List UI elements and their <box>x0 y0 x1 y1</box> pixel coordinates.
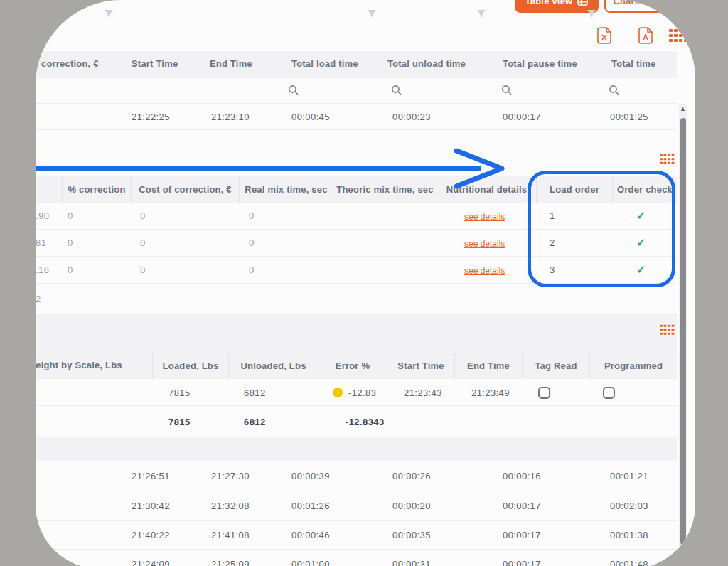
cell-end: 21:23:10 <box>211 112 250 122</box>
vertical-scrollbar[interactable]: ▲ <box>679 103 687 551</box>
col-correction[interactable]: correction, € <box>41 58 99 69</box>
filter-icon[interactable] <box>104 9 114 21</box>
cell-cost: 0 <box>140 210 146 221</box>
see-details-link[interactable]: see details <box>464 266 505 276</box>
cell-load: 00:01:26 <box>291 501 330 511</box>
cell-end: 21:32:08 <box>211 501 250 511</box>
col-programmed[interactable]: Programmed <box>590 353 677 379</box>
col-weight-label: Weight by Scale, Lbs <box>36 360 122 370</box>
cell-edge: .16 <box>36 265 49 275</box>
search-input[interactable] <box>288 85 299 99</box>
cell-real: 0 <box>249 237 255 248</box>
annotation-arrow <box>36 146 512 191</box>
cell-total: 00:01:38 <box>610 530 648 540</box>
cell-real: 0 <box>249 210 255 221</box>
col-end-time[interactable]: End Time <box>455 353 523 379</box>
filter-icon[interactable] <box>476 9 486 21</box>
search-input[interactable] <box>501 85 513 99</box>
cell-pause: 00:00:16 <box>503 471 541 481</box>
cell-unloaded: 6812 <box>244 388 266 398</box>
row-divider <box>36 491 677 491</box>
cell-pause: 00:00:17 <box>503 559 541 566</box>
row-divider <box>36 405 677 406</box>
cell-cost: 0 <box>140 265 146 275</box>
col-total-pause[interactable]: Total pause time <box>503 58 577 69</box>
col-total-unload[interactable]: Total unload time <box>387 58 466 69</box>
search-input[interactable] <box>391 85 402 99</box>
section-divider <box>36 437 677 461</box>
status-dot-yellow <box>333 388 343 397</box>
col-end-time[interactable]: End Time <box>210 58 252 69</box>
col-start-time[interactable]: Start Time <box>132 58 178 69</box>
row-divider <box>36 520 677 521</box>
col-loaded[interactable]: Loaded, Lbs <box>153 353 229 379</box>
cell-unload: 00:00:26 <box>392 471 431 481</box>
col-total-time[interactable]: Total time <box>611 58 655 69</box>
row-divider <box>36 129 677 130</box>
summary-unloaded: 6812 <box>244 417 266 427</box>
cell-edge: .90 <box>36 210 49 221</box>
report-panel: Table view Charts view A correction, € S… <box>36 0 695 566</box>
table-view-label: Table view <box>525 0 573 6</box>
cell-unload: 00:00:23 <box>392 112 431 122</box>
cell-unload: 00:00:20 <box>392 501 431 511</box>
cell-start: 21:26:51 <box>132 471 170 481</box>
cell-real: 0 <box>249 265 255 275</box>
summary-error: -12.8343 <box>346 417 385 427</box>
charts-view-button[interactable]: Charts view <box>604 0 691 13</box>
cell-loaded: 7815 <box>168 388 191 398</box>
row-divider <box>36 549 677 550</box>
excel-export-icon[interactable] <box>597 27 612 47</box>
see-details-link[interactable]: see details <box>464 239 505 249</box>
filter-icon[interactable] <box>665 9 675 21</box>
cell-load: 00:00:46 <box>291 530 330 540</box>
filter-icon[interactable] <box>367 9 377 21</box>
cell-load: 00:00:45 <box>291 112 330 122</box>
programmed-checkbox[interactable] <box>603 387 615 399</box>
column-chooser-icon[interactable] <box>669 29 689 46</box>
charts-view-label: Charts view <box>613 0 666 6</box>
cell-total: 00:01:25 <box>610 112 648 122</box>
scrollbar-thumb[interactable] <box>680 118 686 545</box>
cell-end: 21:27:30 <box>211 471 250 481</box>
svg-text:A: A <box>643 33 648 41</box>
scroll-up-icon[interactable]: ▲ <box>680 105 686 112</box>
tag-read-checkbox[interactable] <box>538 387 550 399</box>
cell-pause: 00:00:17 <box>503 112 541 122</box>
cell-pct: 0 <box>68 237 73 248</box>
col-total-load[interactable]: Total load time <box>291 58 358 69</box>
col-start-time[interactable]: Start Time <box>387 353 455 379</box>
cell-total: 00:02:03 <box>610 501 648 511</box>
cell-pct: 0 <box>68 210 73 221</box>
table-icon <box>577 0 588 6</box>
filter-icon[interactable] <box>587 9 596 21</box>
cell-unload: 00:00:35 <box>392 530 431 540</box>
cell-edge: 81 <box>36 237 46 248</box>
column-chooser-icon[interactable] <box>660 154 675 169</box>
cell-end: 21:41:08 <box>211 530 250 540</box>
cell-error: -12.83 <box>348 388 376 398</box>
cell-load: 00:01:00 <box>291 559 330 566</box>
column-chooser-icon[interactable] <box>660 324 675 339</box>
summary-loaded: 7815 <box>168 417 191 427</box>
col-weight[interactable]: Weight by Scale, Lbs <box>36 353 153 379</box>
cell-start: 21:22:25 <box>132 112 170 122</box>
chart-icon <box>672 0 682 6</box>
cell-start: 21:40:22 <box>132 530 170 540</box>
col-tag-read[interactable]: Tag Read <box>523 353 590 379</box>
cell-total: 00:01:48 <box>610 559 648 566</box>
cell-pause: 00:00:17 <box>503 501 541 511</box>
col-error[interactable]: Error % <box>318 353 387 379</box>
cell-pct: 0 <box>68 265 73 275</box>
col-unloaded[interactable]: Unloaded, Lbs <box>229 353 318 379</box>
search-row-divider <box>36 103 677 104</box>
cell-end: 21:23:49 <box>471 388 510 398</box>
section-divider <box>36 315 677 353</box>
cell-load: 00:00:39 <box>291 471 330 481</box>
cell-start: 21:23:43 <box>404 388 442 398</box>
pdf-export-icon[interactable]: A <box>638 27 653 47</box>
cell-start: 21:30:42 <box>132 501 170 511</box>
cell-pause: 00:00:17 <box>503 530 541 540</box>
see-details-link[interactable]: see details <box>464 212 505 222</box>
search-input[interactable] <box>609 85 620 99</box>
